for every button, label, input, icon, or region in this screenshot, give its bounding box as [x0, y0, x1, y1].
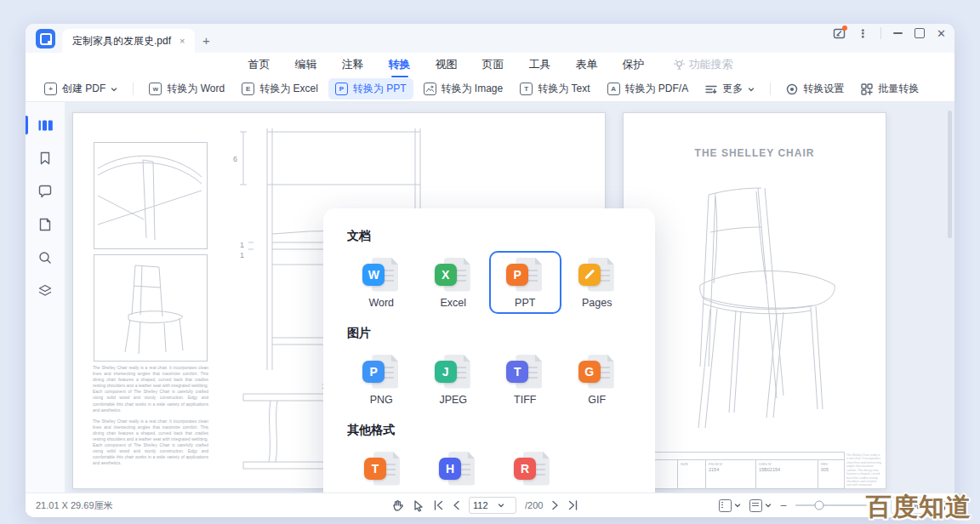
more-label: 更多 [722, 82, 743, 96]
ppt-doc-icon: P [335, 83, 348, 95]
feedback-icon[interactable] [833, 27, 846, 40]
menu-comment[interactable]: 注释 [341, 54, 365, 75]
sidebar-item-search[interactable] [32, 245, 58, 271]
format-tiff[interactable]: T TIFF [489, 348, 561, 411]
menu-home[interactable]: 首页 [248, 54, 271, 75]
chair-perspective-drawing [676, 181, 846, 445]
format-pages[interactable]: Pages [561, 251, 634, 314]
page-size-info: 21.01 X 29.69厘米 [36, 499, 113, 512]
thumbnails-icon [37, 117, 54, 134]
next-page-icon[interactable] [551, 500, 559, 510]
format-rtf[interactable]: R RTF [495, 445, 570, 493]
title-block: SIZE FSCM N°2154 DWG N°15B02154 REV005 [630, 452, 845, 489]
html-file-icon: H [439, 451, 476, 487]
convert-pdfa-label: 转换为 PDF/A [625, 82, 689, 96]
sidebar-item-bookmarks[interactable] [32, 145, 58, 171]
app-body: The Shelley Chair really is a real chair… [26, 102, 954, 493]
format-ppt[interactable]: P PPT [489, 251, 561, 314]
chair-sketch [94, 254, 208, 362]
sidebar-item-layers[interactable] [32, 278, 58, 304]
menu-convert[interactable]: 转换 [388, 54, 412, 75]
feature-search-label: 功能搜索 [689, 57, 733, 72]
create-pdf-button[interactable]: + 创建 PDF [37, 78, 124, 100]
title-bar: 定制家具的发展史.pdf × + ⋮ ✕ [26, 24, 954, 53]
convert-image-label: 转换为 Image [442, 82, 504, 96]
batch-convert-label: 批量转换 [878, 82, 919, 96]
convert-text-button[interactable]: T 转换为 Text [513, 78, 596, 100]
zoom-slider-knob[interactable] [815, 501, 824, 510]
format-png[interactable]: P PNG [345, 348, 418, 411]
baidu-zhidao-watermark: 百度知道 [866, 490, 971, 524]
previous-page-icon[interactable] [453, 500, 460, 510]
close-button[interactable]: ✕ [937, 27, 946, 40]
hand-tool-icon[interactable] [391, 499, 404, 512]
status-bar: 21.01 X 29.69厘米 /200 − [26, 493, 954, 517]
more-button[interactable]: 更多 [698, 78, 761, 100]
new-tab-button[interactable]: + [195, 29, 217, 51]
first-page-icon[interactable] [433, 500, 444, 510]
format-gif[interactable]: G GIF [561, 348, 634, 411]
comment-icon [37, 184, 53, 199]
menu-bar: 首页 编辑 注释 转换 视图 页面 工具 表单 保护 功能搜索 [26, 53, 954, 77]
select-tool-icon[interactable] [413, 499, 424, 512]
format-excel[interactable]: X Excel [418, 251, 490, 314]
pen-icon [584, 270, 595, 280]
format-text[interactable]: T Text [345, 445, 420, 493]
page-layout-button[interactable] [749, 499, 772, 512]
word-file-icon: W [362, 257, 400, 293]
notification-dot [842, 26, 847, 31]
menu-tools[interactable]: 工具 [528, 54, 552, 75]
menu-edit[interactable]: 编辑 [294, 54, 318, 75]
excel-doc-icon: E [242, 83, 254, 95]
png-file-icon: P [362, 354, 400, 390]
create-pdf-label: 创建 PDF [62, 82, 105, 96]
format-html[interactable]: H HTML [420, 445, 495, 493]
excel-file-icon: X [435, 257, 472, 293]
vertical-scrollbar[interactable] [948, 111, 952, 238]
convert-pdfa-button[interactable]: A 转换为 PDF/A [601, 78, 696, 100]
page-number-input[interactable] [473, 500, 495, 510]
maximize-button[interactable] [914, 28, 925, 38]
minimize-button[interactable] [893, 32, 903, 34]
menu-form[interactable]: 表单 [575, 54, 599, 75]
word-doc-icon: w [149, 83, 162, 95]
menu-view[interactable]: 视图 [435, 54, 459, 75]
menu-page[interactable]: 页面 [481, 54, 505, 75]
dim-seat-b: 1 [240, 251, 244, 259]
convert-ppt-button[interactable]: P 转换为 PPT [328, 78, 413, 100]
convert-format-panel: 文档 W Word X Excel P PPT Pages [323, 208, 655, 493]
layers-icon [37, 283, 53, 299]
feature-search[interactable]: 功能搜索 [674, 57, 733, 72]
page-view-mode-button[interactable] [719, 499, 741, 512]
chevron-down-icon [765, 502, 772, 509]
sidebar-item-thumbnails[interactable] [32, 112, 58, 138]
convert-word-button[interactable]: w 转换为 Word [142, 78, 231, 100]
tab-close-icon[interactable]: × [179, 36, 185, 46]
convert-image-button[interactable]: 转换为 Image [417, 78, 510, 100]
chevron-down-icon [498, 502, 504, 509]
chair-detail-sketch [94, 142, 208, 249]
last-page-icon[interactable] [567, 500, 578, 510]
chevron-down-icon [734, 502, 741, 509]
document-tab[interactable]: 定制家具的发展史.pdf × [62, 29, 195, 53]
convert-excel-button[interactable]: E 转换为 Excel [235, 78, 325, 100]
app-window: 定制家具的发展史.pdf × + ⋮ ✕ 首页 编辑 注释 转换 视图 页面 工… [26, 24, 954, 517]
zoom-slider[interactable] [795, 504, 867, 506]
format-jpeg[interactable]: J JPEG [418, 348, 490, 411]
fscm-label: FSCM N° [709, 462, 753, 466]
menu-protect[interactable]: 保护 [622, 54, 646, 75]
convert-settings-label: 转换设置 [803, 82, 844, 96]
format-word[interactable]: W Word [345, 251, 418, 314]
page-total: /200 [525, 500, 543, 510]
zoom-out-button[interactable]: − [780, 499, 787, 511]
image-doc-icon [424, 83, 436, 95]
fscm-value: 2154 [709, 467, 753, 472]
sidebar-item-attachments[interactable] [32, 212, 58, 237]
bookmark-icon [37, 151, 53, 166]
divider [133, 83, 134, 95]
sidebar-item-comments[interactable] [32, 179, 58, 204]
more-menu-icon[interactable]: ⋮ [858, 27, 869, 40]
batch-convert-button[interactable]: 批量转换 [854, 78, 926, 100]
page-number-box[interactable] [469, 497, 516, 514]
convert-settings-button[interactable]: 转换设置 [779, 78, 851, 100]
